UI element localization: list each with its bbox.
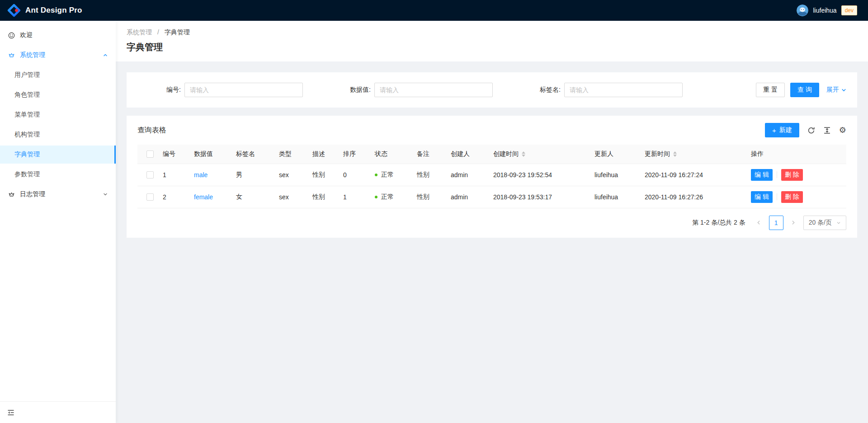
col-header-updater: 更新人 [594, 145, 645, 164]
settings-gear-icon[interactable]: ⚙ [839, 126, 846, 134]
cell-updated-at: 2020-11-09 16:27:26 [645, 186, 751, 208]
col-header-created-at[interactable]: 创建时间 [493, 145, 594, 164]
breadcrumb-item-system[interactable]: 系统管理 [127, 28, 152, 36]
expand-toggle[interactable]: 展开 [826, 86, 846, 94]
app-logo-icon [7, 4, 21, 17]
cell-type: sex [279, 164, 312, 186]
sidebar-item-welcome[interactable]: 欢迎 [0, 26, 116, 44]
search-form: 编号: 数据值: 标签名: 重 置 查 询 展开 [137, 83, 846, 97]
user-name[interactable]: liufeihua [813, 7, 836, 14]
app-root: Ant Design Pro liufeihua dev [0, 0, 868, 423]
cell-remark: 性别 [417, 186, 451, 208]
smile-icon [8, 32, 15, 39]
reload-icon[interactable] [807, 127, 815, 134]
sidebar-item-user-management[interactable]: 用户管理 [0, 66, 116, 84]
sidebar-item-role-management[interactable]: 角色管理 [0, 86, 116, 104]
row-checkbox[interactable] [146, 193, 154, 201]
crown-icon [8, 52, 15, 59]
sidebar-item-org-management[interactable]: 机构管理 [0, 126, 116, 144]
expand-label: 展开 [826, 86, 839, 94]
cell-tagname: 女 [236, 186, 279, 208]
sidebar-item-param-management[interactable]: 参数管理 [0, 165, 116, 183]
cell-created-at: 2018-09-23 19:53:17 [493, 186, 594, 208]
row-checkbox[interactable] [146, 171, 154, 179]
breadcrumb: 系统管理 / 字典管理 [127, 27, 857, 37]
cell-description: 性别 [312, 186, 343, 208]
tagname-field[interactable] [564, 83, 683, 97]
page-header: 系统管理 / 字典管理 字典管理 [116, 21, 868, 61]
toolbar-actions: + 新建 ⚙ [765, 123, 846, 137]
action-divider [777, 193, 777, 200]
prev-page-icon[interactable] [753, 216, 765, 230]
reset-button[interactable]: 重 置 [756, 83, 785, 97]
pagination: 第 1-2 条/总共 2 条 1 20 条/页 [127, 208, 857, 237]
status-label: 正常 [381, 171, 394, 179]
cell-value-link[interactable]: female [194, 193, 213, 201]
sorter-icon [673, 151, 677, 157]
select-all-checkbox[interactable] [146, 150, 154, 158]
breadcrumb-item-current: 字典管理 [165, 28, 190, 36]
col-header-value: 数据值 [194, 145, 236, 164]
brand-title: Ant Design Pro [25, 6, 82, 15]
cell-id: 1 [163, 164, 194, 186]
cell-description: 性别 [312, 164, 343, 186]
table-toolbar: 查询表格 + 新建 ⚙ [127, 116, 857, 145]
sidebar-footer [0, 401, 116, 423]
status-dot-icon [375, 174, 377, 176]
breadcrumb-separator: / [157, 28, 159, 36]
col-header-status: 状态 [375, 145, 417, 164]
sidebar-item-label: 字典管理 [14, 150, 40, 159]
col-header-updated-at-label: 更新时间 [645, 150, 670, 158]
search-card: 编号: 数据值: 标签名: 重 置 查 询 展开 [127, 72, 857, 108]
sidebar-item-label: 菜单管理 [14, 111, 40, 119]
form-item-value: 数据值: [327, 83, 517, 97]
column-height-icon[interactable] [823, 127, 831, 134]
delete-button[interactable]: 删 除 [781, 169, 803, 181]
page-number-1[interactable]: 1 [769, 216, 783, 230]
menu-fold-icon[interactable] [7, 409, 14, 416]
user-avatar[interactable] [797, 5, 808, 16]
sidebar-item-system-management[interactable]: 系统管理 [0, 46, 116, 64]
page-title: 字典管理 [127, 41, 857, 53]
cell-sort: 1 [343, 186, 375, 208]
sidebar-item-label: 用户管理 [14, 71, 40, 79]
new-button-label: 新建 [779, 126, 792, 134]
status-dot-icon [375, 196, 377, 198]
pagination-total: 第 1-2 条/总共 2 条 [692, 219, 745, 227]
query-button[interactable]: 查 询 [790, 83, 819, 97]
status-badge: 正常 [375, 193, 394, 201]
edit-button[interactable]: 编 辑 [751, 169, 773, 181]
brand[interactable]: Ant Design Pro [7, 4, 82, 17]
cell-created-at: 2018-09-23 19:52:54 [493, 164, 594, 186]
cell-tagname: 男 [236, 164, 279, 186]
plus-icon: + [772, 127, 776, 134]
new-button[interactable]: + 新建 [765, 123, 799, 137]
page-size-select[interactable]: 20 条/页 [803, 216, 846, 230]
status-label: 正常 [381, 193, 394, 201]
edit-button[interactable]: 编 辑 [751, 191, 773, 203]
delete-button[interactable]: 删 除 [781, 191, 803, 203]
sidebar-item-dict-management[interactable]: 字典管理 [0, 146, 116, 164]
header-right: liufeihua dev [797, 5, 857, 16]
tagname-field-label: 标签名: [517, 86, 564, 94]
table-row: 2 female 女 sex 性别 1 正常 性别 a [137, 186, 846, 208]
cell-remark: 性别 [417, 164, 451, 186]
next-page-icon[interactable] [787, 216, 800, 230]
sidebar-item-label: 系统管理 [20, 51, 45, 59]
page-size-label: 20 条/页 [809, 219, 832, 227]
sidebar-item-label: 日志管理 [20, 190, 45, 198]
cell-creator: admin [451, 186, 493, 208]
sidebar-menu: 欢迎 系统管理 用户管理 角色管理 菜单管理 机构管理 [0, 21, 116, 203]
sidebar-item-label: 欢迎 [20, 31, 33, 39]
sidebar-item-log-management[interactable]: 日志管理 [0, 185, 116, 203]
cell-updater: liufeihua [594, 186, 645, 208]
sidebar-item-label: 角色管理 [14, 91, 40, 99]
id-field[interactable] [184, 83, 303, 97]
cell-value-link[interactable]: male [194, 171, 208, 179]
col-header-description: 描述 [312, 145, 343, 164]
sidebar: 欢迎 系统管理 用户管理 角色管理 菜单管理 机构管理 [0, 21, 116, 423]
sidebar-item-menu-management[interactable]: 菜单管理 [0, 106, 116, 124]
col-header-updated-at[interactable]: 更新时间 [645, 145, 751, 164]
value-field[interactable] [374, 83, 493, 97]
form-actions: 重 置 查 询 展开 [756, 83, 846, 97]
